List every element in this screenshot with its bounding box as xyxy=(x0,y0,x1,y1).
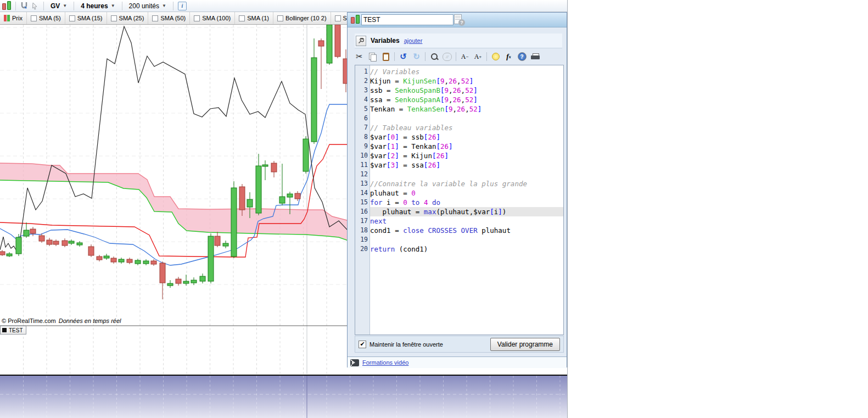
screenshot-root: GV▼ 4 heures▼ 200 unités▼ i Prix SMA (5)… xyxy=(0,0,868,418)
cut-icon[interactable]: ✂ xyxy=(355,52,364,62)
code-line[interactable]: $var[2] = Kijun[26] xyxy=(370,151,563,160)
checkbox-icon[interactable] xyxy=(239,15,245,21)
help-icon[interactable]: ? xyxy=(517,52,527,62)
chevron-down-icon: ▼ xyxy=(111,3,115,8)
indicator-toggle-item[interactable]: SMA (25) xyxy=(107,12,149,24)
divider xyxy=(394,52,395,61)
indicator-pane-label[interactable]: TEST xyxy=(0,326,26,335)
realtime-note: Données en temps réel xyxy=(59,317,121,324)
code-line[interactable]: $var[0] = ssb[26] xyxy=(370,132,563,142)
indicator-label: SMA (15) xyxy=(77,15,103,21)
code-line[interactable]: // Tableau variables xyxy=(370,123,563,132)
search-icon[interactable] xyxy=(429,52,439,62)
indicator-toggle-item[interactable]: SMA (1) xyxy=(235,12,273,24)
code-line[interactable] xyxy=(370,114,563,123)
chart-style-dropdown[interactable]: GV▼ xyxy=(48,2,69,10)
indicator-label: Bollinger (10 2) xyxy=(285,15,327,21)
indicator-toggle-item[interactable]: SMA (5) xyxy=(27,12,65,24)
code-line[interactable]: return (cond1) xyxy=(370,244,563,254)
copy-icon[interactable] xyxy=(368,52,377,62)
divider xyxy=(15,2,16,10)
info-icon[interactable]: i xyxy=(178,2,187,10)
cursor-icon[interactable] xyxy=(31,2,39,10)
comment-icon[interactable]: // xyxy=(443,52,452,62)
code-line[interactable]: pluhaut = max(pluhaut,$var[i]) xyxy=(370,207,563,216)
code-line[interactable]: ssa = SenkouSpanA[9,26,52] xyxy=(370,95,563,104)
checkbox-icon[interactable] xyxy=(111,15,117,21)
indicator-toggle-item[interactable]: SMA (100) xyxy=(190,12,235,24)
lightbulb-icon[interactable] xyxy=(491,52,500,62)
editor-toolbar: ✂ ↺ ↻ // A− A+ fx ? xyxy=(355,49,562,64)
candlestick-chart-type-icon[interactable] xyxy=(2,2,11,10)
units-dropdown[interactable]: 200 unités▼ xyxy=(127,2,169,10)
font-decrease-icon[interactable]: A− xyxy=(460,52,469,62)
indicator-label: SMA (1) xyxy=(247,15,269,21)
function-icon[interactable]: fx xyxy=(504,52,513,62)
variables-header: Variables ajouter xyxy=(355,34,562,48)
candlestick-icon xyxy=(351,15,360,24)
checkbox-icon[interactable] xyxy=(152,15,158,21)
code-lines[interactable]: // VariablesKijun = KijunSen[9,26,52]ssb… xyxy=(370,65,563,335)
code-line[interactable]: $var[1] = Tenkan[26] xyxy=(370,142,563,151)
line-number-gutter: 1234567891011121314151617181920 xyxy=(355,65,370,335)
code-line[interactable]: cond1 = close CROSSES OVER pluhaut xyxy=(370,226,563,235)
indicator-name-input[interactable] xyxy=(361,14,453,25)
indicator-label: SMA (100) xyxy=(202,15,231,21)
code-line[interactable] xyxy=(370,235,563,244)
code-line[interactable]: //Connaitre la variable la plus grande xyxy=(370,179,563,188)
chevron-down-icon: ▼ xyxy=(63,3,67,8)
indicator-toggle-item[interactable]: SMA (50) xyxy=(148,12,190,24)
checkbox-icon[interactable] xyxy=(277,15,283,21)
checkbox-icon[interactable] xyxy=(69,15,75,21)
divider xyxy=(486,52,487,61)
lower-pane-background xyxy=(0,375,567,418)
video-training-bar: Formations vidéo xyxy=(348,356,567,368)
film-icon xyxy=(350,359,359,366)
add-variable-link[interactable]: ajouter xyxy=(404,37,423,44)
indicator-toggle-item[interactable]: SMA (15) xyxy=(65,12,107,24)
divider xyxy=(425,52,425,61)
code-line[interactable] xyxy=(370,170,563,179)
divider xyxy=(43,2,44,10)
keep-open-checkbox[interactable]: ✔ xyxy=(359,341,366,348)
price-label: Prix xyxy=(12,15,23,21)
code-line[interactable]: ssb = SenkouSpanB[9,26,52] xyxy=(370,86,563,95)
price-series-item[interactable]: Prix xyxy=(0,12,27,24)
editor-title-bar: ? xyxy=(348,13,567,27)
code-line[interactable]: $var[3] = ssa[26] xyxy=(370,160,563,170)
checkbox-icon[interactable] xyxy=(31,15,37,21)
indicator-editor-panel: ? Variables ajouter ✂ ↺ ↻ // A− A+ fx xyxy=(347,12,567,367)
code-line[interactable]: Tenkan = TenkanSen[9,26,52] xyxy=(370,104,563,114)
timeframe-dropdown[interactable]: 4 heures▼ xyxy=(79,2,117,10)
price-icon xyxy=(4,15,10,21)
documentation-help-icon[interactable]: ? xyxy=(454,14,464,25)
wrench-icon[interactable] xyxy=(356,36,366,46)
checkbox-icon[interactable] xyxy=(194,15,200,21)
video-training-link[interactable]: Formations vidéo xyxy=(362,359,408,366)
indicator-label: SMA (5) xyxy=(39,15,61,21)
paste-icon[interactable] xyxy=(381,52,390,62)
indicator-label: SMA (25) xyxy=(119,15,144,21)
code-line[interactable]: pluhaut = 0 xyxy=(370,188,563,198)
validate-program-button[interactable]: Valider programme xyxy=(490,338,560,351)
code-line[interactable]: // Variables xyxy=(370,67,563,76)
divider xyxy=(74,2,74,10)
code-line[interactable]: for i = 0 to 4 do xyxy=(370,198,563,207)
price-chart[interactable]: © ProRealTime.comDonnées en temps réel T… xyxy=(0,25,347,374)
redo-icon[interactable]: ↻ xyxy=(412,52,421,62)
series-color-swatch xyxy=(2,328,7,332)
variables-label: Variables xyxy=(371,37,400,44)
undo-icon[interactable]: ↺ xyxy=(399,52,408,62)
print-icon[interactable] xyxy=(530,52,540,62)
chart-toolbar: GV▼ 4 heures▼ 200 unités▼ i xyxy=(0,0,567,12)
code-editor[interactable]: 1234567891011121314151617181920 // Varia… xyxy=(355,65,564,335)
indicator-toggle-item[interactable]: Bollinger (10 2) xyxy=(273,12,331,24)
editor-footer: ✔ Maintenir la fenêtre ouverte Valider p… xyxy=(355,336,564,353)
magnet-icon[interactable] xyxy=(20,2,29,10)
code-line[interactable]: Kijun = KijunSen[9,26,52] xyxy=(370,76,563,86)
font-increase-icon[interactable]: A+ xyxy=(473,52,483,62)
code-line[interactable]: next xyxy=(370,216,563,226)
divider xyxy=(122,2,122,10)
checkbox-icon[interactable] xyxy=(335,15,341,21)
lower-pane-grid xyxy=(0,376,567,418)
